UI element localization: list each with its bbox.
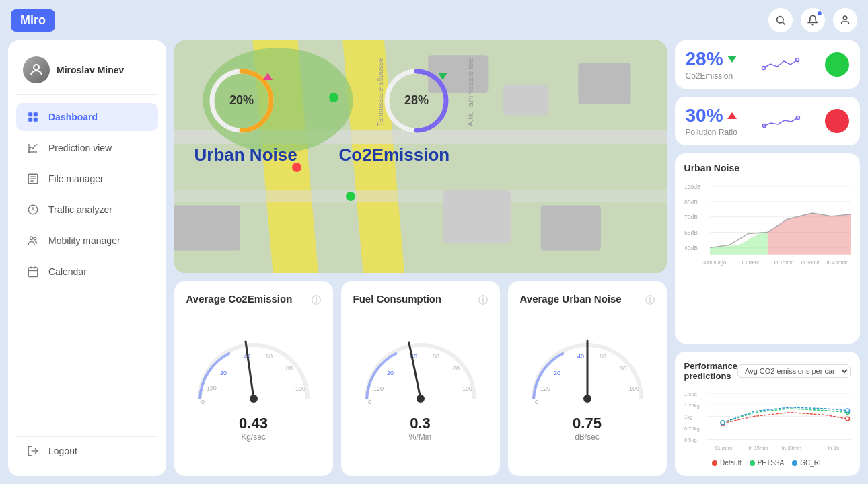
emission-down-icon: [727, 56, 737, 63]
svg-text:1.25kg: 1.25kg: [684, 403, 700, 409]
legend-petssa: PETSSA: [750, 459, 784, 467]
perf-title: Performance predictions: [684, 361, 737, 381]
noise-title-row: Average Urban Noise ⓘ: [520, 293, 655, 307]
svg-point-105: [845, 409, 849, 413]
prediction-icon: [26, 140, 40, 155]
sidebar-item-calendar[interactable]: Calendar: [16, 257, 158, 286]
svg-point-0: [777, 17, 783, 23]
svg-text:1kg: 1kg: [684, 414, 692, 420]
svg-text:In 45min: In 45min: [826, 259, 846, 266]
sidebar-label-dashboard: Dashboard: [48, 112, 98, 122]
map-dot-3: [346, 192, 355, 201]
sidebar-item-traffic[interactable]: Traffic analyzer: [16, 196, 158, 224]
legend-default-dot: [712, 460, 717, 466]
svg-text:70dB: 70dB: [684, 214, 698, 220]
svg-text:120: 120: [373, 385, 384, 392]
svg-text:In 15min: In 15min: [774, 259, 793, 266]
svg-text:In 1h: In 1h: [828, 445, 839, 451]
co2-title-row: Average Co2Emission ⓘ: [186, 293, 321, 307]
map-emission-circle: 28%: [383, 67, 450, 137]
traffic-icon: [26, 202, 40, 217]
notification-button[interactable]: [801, 8, 825, 32]
svg-text:In..: In..: [844, 259, 851, 266]
sidebar-item-file[interactable]: File manager: [16, 165, 158, 193]
svg-line-59: [409, 343, 421, 399]
kpi-pollution-left: 30% Pollution Ratio: [686, 105, 737, 137]
map-dot-2: [292, 163, 301, 172]
svg-text:0.5kg: 0.5kg: [684, 437, 697, 443]
logo: Miro: [11, 9, 55, 32]
svg-rect-18: [28, 268, 38, 277]
logout-button[interactable]: Logout: [16, 436, 158, 465]
svg-text:100: 100: [629, 385, 639, 392]
svg-rect-7: [34, 118, 38, 122]
svg-rect-30: [503, 85, 548, 116]
svg-text:100dB: 100dB: [684, 184, 701, 190]
noise-info-icon[interactable]: ⓘ: [645, 294, 655, 307]
sidebar-label-prediction: Prediction view: [48, 143, 112, 153]
fuel-title-row: Fuel Consumption ⓘ: [353, 293, 488, 307]
fuel-gauge: 0 20 40 60 80 100 120: [353, 318, 488, 412]
svg-rect-32: [174, 206, 240, 251]
co2-gauge: 0 20 40 60 80 100 120: [186, 318, 321, 412]
sidebar-item-prediction[interactable]: Prediction view: [16, 134, 158, 162]
svg-text:20%: 20%: [229, 93, 254, 107]
fuel-title: Fuel Consumption: [353, 293, 442, 305]
svg-text:Current: Current: [715, 445, 732, 451]
noise-title: Average Urban Noise: [520, 293, 622, 305]
svg-text:55dB: 55dB: [684, 229, 698, 236]
co2-info-icon[interactable]: ⓘ: [312, 294, 321, 307]
performance-card: Performance predictions Avg CO2 emission…: [675, 352, 860, 476]
logout-label: Logout: [48, 446, 77, 456]
svg-text:A.H. Tammsaare tee: A.H. Tammsaare tee: [466, 58, 474, 126]
main-layout: Miroslav Minev Dashboard Prediction view…: [0, 40, 868, 484]
sidebar-label-calendar: Calendar: [48, 266, 87, 277]
svg-rect-6: [28, 118, 32, 122]
topbar: Miro: [0, 0, 868, 40]
legend-petssa-dot: [750, 460, 755, 466]
svg-text:60: 60: [600, 353, 606, 360]
pollution-status-dot: [825, 109, 849, 133]
svg-rect-34: [540, 206, 600, 251]
svg-text:0: 0: [201, 399, 205, 405]
sidebar-label-mobility: Mobility manager: [48, 235, 120, 246]
svg-text:28%: 28%: [404, 93, 429, 107]
avatar: [23, 56, 50, 83]
kpi-emission-card: 28% Co2Emission: [675, 40, 860, 89]
svg-text:In 30min: In 30min: [781, 445, 801, 451]
noise-card: Average Urban Noise ⓘ 0 20 40 60 80 100 …: [508, 281, 667, 476]
svg-point-16: [30, 237, 34, 240]
sidebar-item-dashboard[interactable]: Dashboard: [16, 103, 158, 131]
kpi-pollution-label: Pollution Ratio: [686, 128, 737, 137]
legend-default-label: Default: [720, 459, 742, 467]
fuel-card: Fuel Consumption ⓘ 0 20 40 60 80 100 120: [341, 281, 500, 476]
logout-icon: [26, 444, 40, 458]
calendar-icon: [26, 264, 40, 279]
center-content: A.H. Tammsaare tee Tammsaare s6pusse 20%: [174, 40, 667, 476]
sidebar-label-traffic: Traffic analyzer: [48, 204, 112, 215]
map-emission-label: Co2Emission: [339, 145, 450, 165]
svg-text:0.75kg: 0.75kg: [684, 426, 700, 432]
user-name: Miroslav Minev: [57, 65, 124, 75]
user-profile-button[interactable]: [833, 8, 857, 32]
map-noise-circle: 20%: [208, 67, 275, 137]
map-noise-label: Urban Noise: [194, 145, 297, 165]
notification-badge: [817, 11, 822, 16]
search-button[interactable]: [768, 8, 793, 32]
co2-value: 0.43: [239, 415, 268, 432]
co2-unit: Kg/sec: [241, 432, 266, 442]
svg-point-10: [28, 151, 30, 153]
fuel-value: 0.3: [410, 415, 431, 432]
svg-text:20: 20: [554, 370, 560, 376]
perf-dropdown[interactable]: Avg CO2 emissions per car: [737, 364, 851, 378]
user-row: Miroslav Minev: [16, 51, 158, 95]
svg-rect-4: [28, 112, 32, 116]
svg-text:30min ago: 30min ago: [702, 259, 726, 266]
fuel-info-icon[interactable]: ⓘ: [478, 294, 488, 307]
svg-rect-33: [443, 190, 510, 243]
svg-text:1.5kg: 1.5kg: [684, 391, 697, 397]
svg-point-17: [34, 237, 36, 240]
sidebar-item-mobility[interactable]: Mobility manager: [16, 227, 158, 255]
svg-text:In 15min: In 15min: [748, 445, 768, 451]
dashboard-icon: [26, 110, 40, 124]
